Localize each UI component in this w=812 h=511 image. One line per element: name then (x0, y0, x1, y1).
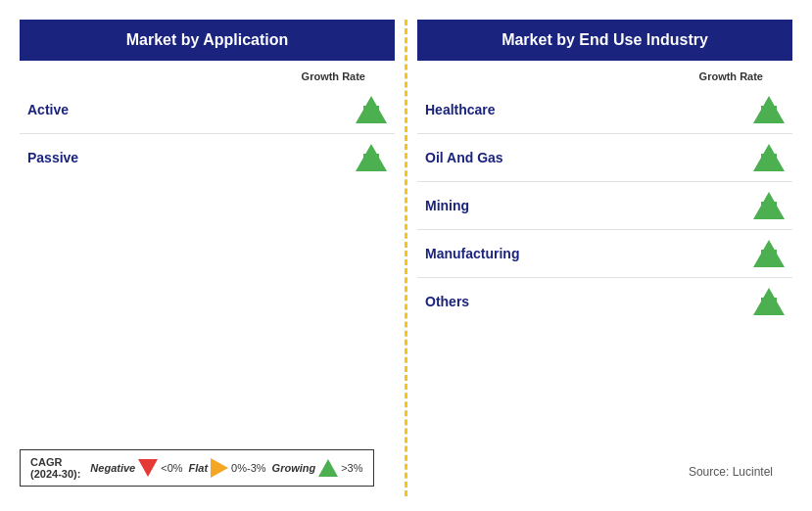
orange-right-arrow-icon (211, 458, 228, 478)
up-arrow-icon (753, 144, 785, 171)
up-arrow-icon (753, 240, 785, 267)
up-arrow-icon (356, 144, 387, 171)
negative-range: <0% (161, 462, 182, 474)
list-item: Oil And Gas (417, 134, 792, 182)
up-arrow-icon (753, 96, 785, 123)
manufacturing-label: Manufacturing (425, 246, 519, 261)
flat-label: Flat (189, 462, 209, 474)
others-label: Others (425, 294, 469, 309)
mining-label: Mining (425, 198, 469, 213)
cagr-label: CAGR(2024-30): (30, 456, 80, 480)
left-items-list: Active Passive (20, 86, 395, 496)
list-item: Passive (20, 134, 395, 181)
source-label: Source: Lucintel (689, 465, 773, 479)
up-arrow-icon (753, 192, 785, 219)
legend-flat: Flat 0%-3% (189, 458, 266, 478)
right-panel: Market by End Use Industry Growth Rate H… (417, 20, 792, 496)
left-panel: Market by Application Growth Rate Active… (20, 20, 395, 496)
green-up-arrow-small-icon (318, 459, 338, 477)
legend-negative: Negative <0% (90, 459, 182, 477)
right-panel-header: Market by End Use Industry (417, 20, 792, 61)
right-growth-rate-label: Growth Rate (417, 70, 792, 82)
legend-growing: Growing >3% (272, 459, 363, 477)
growing-range: >3% (341, 462, 362, 474)
flat-range: 0%-3% (231, 462, 265, 474)
up-arrow-icon (356, 96, 387, 123)
list-item: Others (417, 278, 792, 325)
oil-and-gas-label: Oil And Gas (425, 150, 503, 165)
growing-label: Growing (272, 462, 316, 474)
healthcare-label: Healthcare (425, 102, 496, 117)
up-arrow-icon (753, 288, 785, 315)
right-items-list: Healthcare Oil And Gas Mining Manufactur… (417, 86, 792, 496)
list-item: Mining (417, 182, 792, 230)
list-item: Healthcare (417, 86, 792, 134)
active-label: Active (27, 102, 69, 117)
left-panel-header: Market by Application (20, 20, 395, 61)
dashed-divider (405, 20, 407, 496)
passive-label: Passive (27, 150, 78, 165)
negative-label: Negative (90, 462, 135, 474)
left-growth-rate-label: Growth Rate (20, 70, 395, 82)
list-item: Active (20, 86, 395, 134)
red-down-arrow-icon (138, 459, 158, 477)
list-item: Manufacturing (417, 230, 792, 278)
legend-box: CAGR(2024-30): Negative <0% Flat 0%-3% G… (20, 449, 374, 487)
